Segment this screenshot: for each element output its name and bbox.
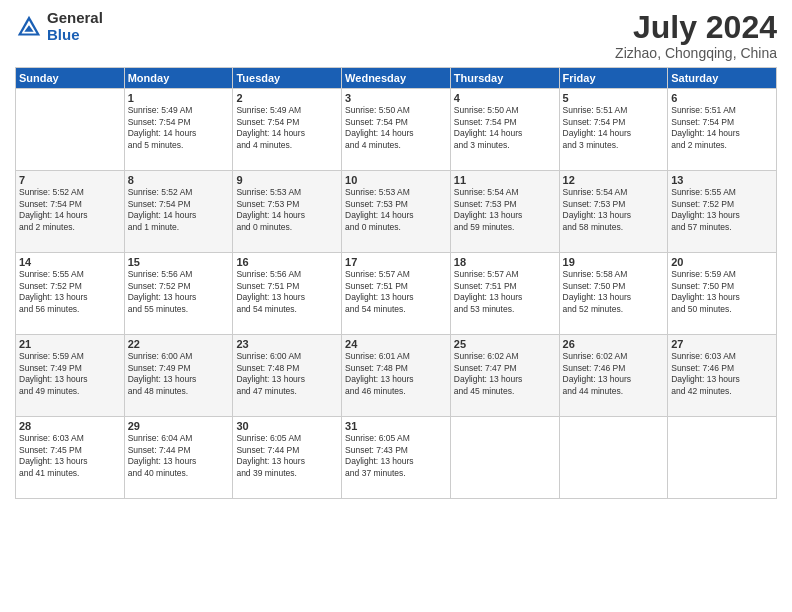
table-row: 11Sunrise: 5:54 AM Sunset: 7:53 PM Dayli… — [450, 171, 559, 253]
day-info: Sunrise: 5:49 AM Sunset: 7:54 PM Dayligh… — [128, 105, 230, 151]
table-row: 8Sunrise: 5:52 AM Sunset: 7:54 PM Daylig… — [124, 171, 233, 253]
day-info: Sunrise: 5:53 AM Sunset: 7:53 PM Dayligh… — [236, 187, 338, 233]
col-sunday: Sunday — [16, 68, 125, 89]
col-saturday: Saturday — [668, 68, 777, 89]
day-number: 29 — [128, 420, 230, 432]
day-number: 12 — [563, 174, 665, 186]
day-number: 13 — [671, 174, 773, 186]
table-row: 26Sunrise: 6:02 AM Sunset: 7:46 PM Dayli… — [559, 335, 668, 417]
day-info: Sunrise: 6:01 AM Sunset: 7:48 PM Dayligh… — [345, 351, 447, 397]
col-friday: Friday — [559, 68, 668, 89]
day-number: 24 — [345, 338, 447, 350]
table-row: 13Sunrise: 5:55 AM Sunset: 7:52 PM Dayli… — [668, 171, 777, 253]
day-number: 16 — [236, 256, 338, 268]
col-tuesday: Tuesday — [233, 68, 342, 89]
table-row: 23Sunrise: 6:00 AM Sunset: 7:48 PM Dayli… — [233, 335, 342, 417]
day-number: 9 — [236, 174, 338, 186]
day-number: 5 — [563, 92, 665, 104]
table-row: 22Sunrise: 6:00 AM Sunset: 7:49 PM Dayli… — [124, 335, 233, 417]
day-info: Sunrise: 5:56 AM Sunset: 7:51 PM Dayligh… — [236, 269, 338, 315]
table-row: 10Sunrise: 5:53 AM Sunset: 7:53 PM Dayli… — [342, 171, 451, 253]
table-row: 7Sunrise: 5:52 AM Sunset: 7:54 PM Daylig… — [16, 171, 125, 253]
col-wednesday: Wednesday — [342, 68, 451, 89]
day-info: Sunrise: 6:00 AM Sunset: 7:48 PM Dayligh… — [236, 351, 338, 397]
day-info: Sunrise: 6:05 AM Sunset: 7:43 PM Dayligh… — [345, 433, 447, 479]
day-number: 20 — [671, 256, 773, 268]
table-row — [450, 417, 559, 499]
day-number: 14 — [19, 256, 121, 268]
col-thursday: Thursday — [450, 68, 559, 89]
table-row: 18Sunrise: 5:57 AM Sunset: 7:51 PM Dayli… — [450, 253, 559, 335]
day-info: Sunrise: 5:51 AM Sunset: 7:54 PM Dayligh… — [671, 105, 773, 151]
day-number: 21 — [19, 338, 121, 350]
day-number: 1 — [128, 92, 230, 104]
table-row: 27Sunrise: 6:03 AM Sunset: 7:46 PM Dayli… — [668, 335, 777, 417]
day-number: 28 — [19, 420, 121, 432]
calendar-header-row: Sunday Monday Tuesday Wednesday Thursday… — [16, 68, 777, 89]
location: Zizhao, Chongqing, China — [615, 45, 777, 61]
day-info: Sunrise: 5:59 AM Sunset: 7:50 PM Dayligh… — [671, 269, 773, 315]
day-info: Sunrise: 5:55 AM Sunset: 7:52 PM Dayligh… — [671, 187, 773, 233]
table-row: 3Sunrise: 5:50 AM Sunset: 7:54 PM Daylig… — [342, 89, 451, 171]
table-row: 28Sunrise: 6:03 AM Sunset: 7:45 PM Dayli… — [16, 417, 125, 499]
header: General Blue July 2024 Zizhao, Chongqing… — [15, 10, 777, 61]
logo-text: General Blue — [47, 10, 103, 43]
table-row: 31Sunrise: 6:05 AM Sunset: 7:43 PM Dayli… — [342, 417, 451, 499]
day-number: 11 — [454, 174, 556, 186]
day-number: 2 — [236, 92, 338, 104]
logo-blue-text: Blue — [47, 27, 103, 44]
calendar-table: Sunday Monday Tuesday Wednesday Thursday… — [15, 67, 777, 499]
table-row: 20Sunrise: 5:59 AM Sunset: 7:50 PM Dayli… — [668, 253, 777, 335]
table-row: 24Sunrise: 6:01 AM Sunset: 7:48 PM Dayli… — [342, 335, 451, 417]
day-number: 10 — [345, 174, 447, 186]
day-info: Sunrise: 5:51 AM Sunset: 7:54 PM Dayligh… — [563, 105, 665, 151]
day-info: Sunrise: 5:49 AM Sunset: 7:54 PM Dayligh… — [236, 105, 338, 151]
day-info: Sunrise: 5:57 AM Sunset: 7:51 PM Dayligh… — [454, 269, 556, 315]
table-row — [559, 417, 668, 499]
table-row: 6Sunrise: 5:51 AM Sunset: 7:54 PM Daylig… — [668, 89, 777, 171]
day-info: Sunrise: 6:03 AM Sunset: 7:45 PM Dayligh… — [19, 433, 121, 479]
month-title: July 2024 — [615, 10, 777, 45]
table-row: 25Sunrise: 6:02 AM Sunset: 7:47 PM Dayli… — [450, 335, 559, 417]
day-number: 6 — [671, 92, 773, 104]
day-info: Sunrise: 6:00 AM Sunset: 7:49 PM Dayligh… — [128, 351, 230, 397]
table-row — [668, 417, 777, 499]
day-info: Sunrise: 5:50 AM Sunset: 7:54 PM Dayligh… — [454, 105, 556, 151]
logo-general-text: General — [47, 10, 103, 27]
day-number: 8 — [128, 174, 230, 186]
day-info: Sunrise: 5:54 AM Sunset: 7:53 PM Dayligh… — [454, 187, 556, 233]
day-info: Sunrise: 5:58 AM Sunset: 7:50 PM Dayligh… — [563, 269, 665, 315]
day-info: Sunrise: 6:03 AM Sunset: 7:46 PM Dayligh… — [671, 351, 773, 397]
day-number: 22 — [128, 338, 230, 350]
table-row: 19Sunrise: 5:58 AM Sunset: 7:50 PM Dayli… — [559, 253, 668, 335]
logo: General Blue — [15, 10, 103, 43]
table-row: 1Sunrise: 5:49 AM Sunset: 7:54 PM Daylig… — [124, 89, 233, 171]
day-info: Sunrise: 5:59 AM Sunset: 7:49 PM Dayligh… — [19, 351, 121, 397]
day-info: Sunrise: 5:54 AM Sunset: 7:53 PM Dayligh… — [563, 187, 665, 233]
table-row: 2Sunrise: 5:49 AM Sunset: 7:54 PM Daylig… — [233, 89, 342, 171]
table-row: 21Sunrise: 5:59 AM Sunset: 7:49 PM Dayli… — [16, 335, 125, 417]
table-row: 30Sunrise: 6:05 AM Sunset: 7:44 PM Dayli… — [233, 417, 342, 499]
calendar-week-row: 28Sunrise: 6:03 AM Sunset: 7:45 PM Dayli… — [16, 417, 777, 499]
col-monday: Monday — [124, 68, 233, 89]
day-number: 17 — [345, 256, 447, 268]
day-number: 19 — [563, 256, 665, 268]
table-row: 9Sunrise: 5:53 AM Sunset: 7:53 PM Daylig… — [233, 171, 342, 253]
day-info: Sunrise: 5:56 AM Sunset: 7:52 PM Dayligh… — [128, 269, 230, 315]
day-info: Sunrise: 6:02 AM Sunset: 7:46 PM Dayligh… — [563, 351, 665, 397]
day-number: 4 — [454, 92, 556, 104]
calendar-week-row: 21Sunrise: 5:59 AM Sunset: 7:49 PM Dayli… — [16, 335, 777, 417]
day-info: Sunrise: 6:02 AM Sunset: 7:47 PM Dayligh… — [454, 351, 556, 397]
title-area: July 2024 Zizhao, Chongqing, China — [615, 10, 777, 61]
day-info: Sunrise: 6:05 AM Sunset: 7:44 PM Dayligh… — [236, 433, 338, 479]
table-row: 5Sunrise: 5:51 AM Sunset: 7:54 PM Daylig… — [559, 89, 668, 171]
day-info: Sunrise: 5:52 AM Sunset: 7:54 PM Dayligh… — [19, 187, 121, 233]
day-info: Sunrise: 6:04 AM Sunset: 7:44 PM Dayligh… — [128, 433, 230, 479]
day-info: Sunrise: 5:50 AM Sunset: 7:54 PM Dayligh… — [345, 105, 447, 151]
day-number: 7 — [19, 174, 121, 186]
day-number: 26 — [563, 338, 665, 350]
day-number: 3 — [345, 92, 447, 104]
logo-icon — [15, 13, 43, 41]
day-number: 27 — [671, 338, 773, 350]
calendar-week-row: 7Sunrise: 5:52 AM Sunset: 7:54 PM Daylig… — [16, 171, 777, 253]
